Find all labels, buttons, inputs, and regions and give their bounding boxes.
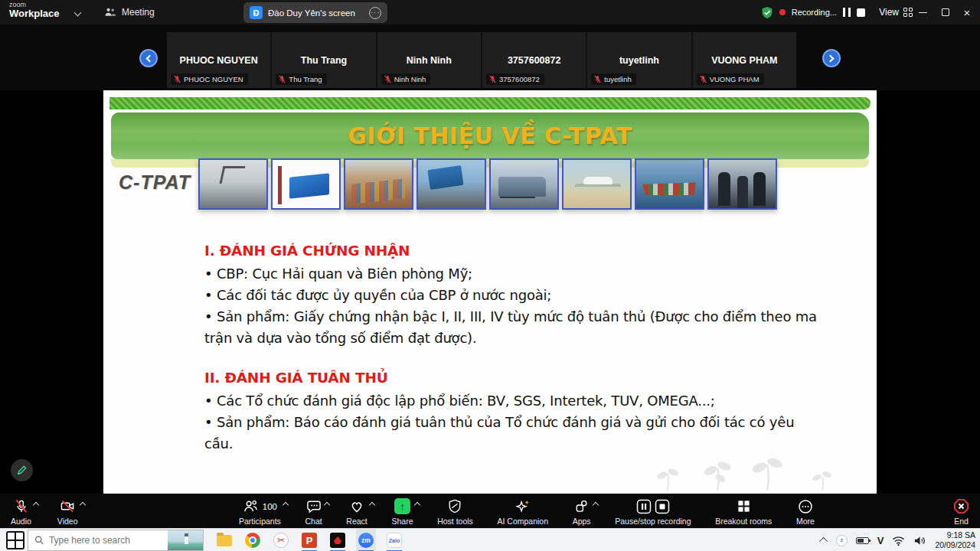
battery-icon[interactable] [856, 537, 869, 544]
taskbar-zalo[interactable]: Zalo [384, 529, 404, 551]
secure-shield-icon [761, 6, 773, 19]
more-button[interactable]: More [796, 494, 815, 528]
recording-label: Recording... [792, 8, 837, 17]
tab-options-icon[interactable]: ··· [369, 7, 381, 19]
shared-slide: GIỚI THIỆU VỀ C-TPAT C-TPAT I. ĐÁNH GIÁ … [103, 90, 877, 494]
participant-chip-name: PHUOC NGUYEN [184, 75, 243, 83]
participants-icon [243, 499, 258, 514]
apps-button[interactable]: Apps [573, 494, 591, 528]
apps-caret[interactable] [592, 502, 598, 508]
avatar: Đ [250, 6, 263, 19]
search-highlight-image[interactable] [168, 530, 203, 550]
pencil-icon [16, 465, 28, 476]
slide-hatched-strip [109, 97, 871, 109]
chevron-down-icon[interactable] [74, 9, 82, 17]
participant-tile[interactable]: Thu Trang Thu Trang [272, 32, 375, 88]
tray-expand-icon[interactable] [819, 537, 828, 546]
participants-count: 100 [263, 502, 277, 511]
participant-tile[interactable]: Ninh Ninh Ninh Ninh [377, 32, 481, 88]
share-screen-icon: ↑ [394, 498, 410, 514]
taskbar-powerpoint[interactable]: P [299, 529, 319, 551]
tab-shared-screen[interactable]: Đ Đào Duy Yên's screen ··· [243, 2, 387, 23]
pause-recording-icon[interactable] [843, 8, 851, 17]
powerpoint-icon: P [302, 533, 317, 548]
share-button[interactable]: ↑ Share [391, 494, 413, 528]
slide-image-customs-officers [707, 158, 777, 210]
video-button[interactable]: Video [57, 494, 78, 528]
taskbar-clock[interactable]: 9:18 SA 20/09/2024 [935, 530, 975, 550]
share-caret[interactable] [414, 502, 420, 508]
stop-recording-icon[interactable] [857, 8, 865, 17]
pause-recording-icon[interactable] [636, 499, 652, 514]
minimize-button[interactable] [911, 0, 934, 24]
participant-filmstrip: PHUOC NGUYEN PHUOC NGUYEN Thu Trang Thu … [0, 24, 980, 90]
end-button[interactable]: End [953, 494, 969, 528]
participant-chip-name: 3757600872 [499, 75, 540, 83]
sparkle-icon [514, 499, 531, 514]
taskbar-snipping-tool[interactable]: ✂ [271, 529, 291, 551]
bullet: • Các Tổ chức đánh giá độc lập phổ biến:… [204, 390, 826, 412]
title-bar: zoom Workplace Meeting Đ Đào Duy Yên's s… [0, 0, 980, 24]
bullet: • Sản phẩm: Giấy chứng nhận bậc I, II, I… [204, 306, 826, 349]
pause-stop-recording-button[interactable]: Pause/stop recording [615, 494, 691, 528]
video-options-caret[interactable] [79, 502, 85, 508]
view-button[interactable]: View [879, 0, 913, 24]
brand-bottom: Workplace [9, 8, 60, 19]
scroll-left-button[interactable] [139, 49, 158, 67]
grid-icon [737, 499, 751, 514]
section-heading: I. ĐÁNH GIÁ CHỨNG NHẬN [204, 240, 826, 262]
chat-caret[interactable] [323, 502, 329, 508]
participant-tile[interactable]: tuyetlinh tuyetlinh [587, 32, 691, 88]
search-icon [34, 535, 44, 546]
audio-options-caret[interactable] [33, 502, 39, 508]
host-tools-button[interactable]: Host tools [437, 494, 473, 528]
participant-tile[interactable]: PHUOC NGUYEN PHUOC NGUYEN [167, 32, 270, 88]
breakout-rooms-button[interactable]: Breakout rooms [715, 494, 772, 528]
slide-image-cargo-truck [489, 158, 559, 210]
close-button[interactable]: × [956, 0, 978, 24]
folder-icon [217, 535, 232, 546]
taskbar-chrome[interactable] [243, 529, 263, 551]
microphone-muted-icon [14, 499, 28, 514]
recording-indicator: Recording... [761, 0, 865, 24]
taskbar-search[interactable] [28, 530, 204, 551]
wifi-icon[interactable] [892, 535, 905, 546]
react-button[interactable]: React [346, 494, 367, 528]
garena-icon [330, 533, 345, 548]
bullet: • CBP: Cục Hải quan và Biên phòng Mỹ; [204, 263, 826, 285]
search-input[interactable] [44, 535, 168, 546]
scissors-icon: ✂ [273, 533, 289, 548]
apps-icon [574, 499, 589, 514]
speaker-icon[interactable] [913, 535, 926, 546]
ai-companion-button[interactable]: AI Companion [497, 494, 548, 528]
start-button[interactable] [6, 531, 24, 549]
stop-recording-icon[interactable] [655, 499, 670, 514]
tab-meeting[interactable]: Meeting [96, 0, 162, 24]
muted-mic-icon [489, 75, 496, 83]
bullet: • Sản phẩm: Báo cáo đánh giá tuân thủ củ… [204, 412, 826, 455]
scroll-right-button[interactable] [822, 49, 841, 67]
participant-tile[interactable]: 3757600872 3757600872 [482, 32, 586, 88]
chat-button[interactable]: Chat [305, 494, 322, 528]
taskbar-garena[interactable] [328, 529, 348, 551]
react-caret[interactable] [369, 502, 375, 508]
maximize-button[interactable] [934, 0, 957, 24]
slide-image-container-yard-aerial [344, 158, 413, 210]
plant-watermark [652, 452, 851, 492]
slide-image-strip [198, 158, 777, 210]
muted-mic-icon [384, 75, 391, 83]
vpn-tray-icon[interactable]: V [877, 535, 884, 546]
chevron-right-icon [827, 54, 835, 62]
participant-chip-name: Ninh Ninh [394, 75, 426, 83]
recording-dot-icon [779, 9, 786, 15]
zalo-tray-icon[interactable]: Z [836, 535, 848, 546]
audio-button[interactable]: Audio [11, 494, 31, 528]
taskbar-zoom[interactable]: zm [356, 529, 376, 551]
chrome-icon [245, 533, 260, 548]
participants-button[interactable]: 100 Participants [239, 494, 281, 528]
annotate-button[interactable] [11, 459, 33, 481]
taskbar-file-explorer[interactable] [214, 529, 234, 551]
participant-tile[interactable]: VUONG PHAM VUONG PHAM [693, 32, 796, 88]
muted-mic-icon [700, 75, 707, 83]
participants-caret[interactable] [283, 502, 289, 508]
